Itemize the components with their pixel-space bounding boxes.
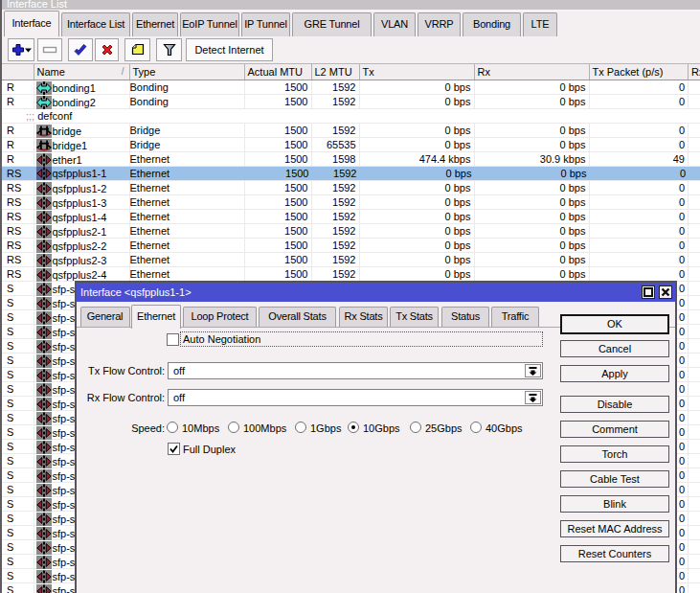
- auto-negotiation-checkbox[interactable]: [167, 333, 179, 346]
- disable-button[interactable]: Disable: [560, 396, 669, 413]
- dialog-tab-status[interactable]: Status: [441, 307, 489, 327]
- dialog-tab-rx-stats[interactable]: Rx Stats: [339, 307, 388, 327]
- rx-flow-control-input[interactable]: off: [168, 389, 543, 406]
- cell-rx_packet: [689, 569, 700, 583]
- cancel-button[interactable]: Cancel: [560, 340, 669, 357]
- tab-vlan[interactable]: VLAN: [373, 12, 416, 36]
- filter-button[interactable]: [156, 38, 182, 61]
- table-row-qsfpplus1-3[interactable]: RSqsfpplus1-3Ethernet150015920 bps0 bps0: [2, 195, 700, 210]
- dialog-tab-ethernet[interactable]: Ethernet: [131, 305, 181, 329]
- table-row-bonding2[interactable]: Rbonding2Bonding150015920 bps0 bps0: [2, 95, 700, 109]
- table-row-bridge1[interactable]: Rbridge1Bridge1500655350 bps0 bps0: [2, 138, 700, 152]
- column-header-flags[interactable]: [2, 64, 34, 80]
- column-header-rx[interactable]: Rx: [475, 64, 590, 80]
- tx-flow-control-input[interactable]: off: [168, 362, 543, 379]
- tab-ethernet[interactable]: Ethernet: [132, 12, 178, 36]
- column-header-tx[interactable]: Tx: [360, 64, 475, 80]
- cell-rx: 0 bps: [475, 253, 590, 267]
- enable-button[interactable]: [68, 38, 93, 61]
- cable-test-button[interactable]: Cable Test: [560, 470, 669, 488]
- detect-internet-button[interactable]: Detect Internet: [186, 38, 273, 61]
- detect-internet-label: Detect Internet: [194, 39, 263, 60]
- cell-flags: RS: [2, 181, 34, 195]
- dialog-tab-loop-protect[interactable]: Loop Protect: [183, 307, 257, 327]
- tab-interface-list[interactable]: Interface List: [61, 12, 130, 36]
- speed-radio-100mbps[interactable]: [228, 422, 239, 433]
- ethernet-interface-icon: [36, 484, 52, 497]
- tab-label: LTE: [531, 18, 550, 30]
- tx-flow-control-dropdown-button[interactable]: [525, 364, 541, 377]
- column-header-name[interactable]: Name/: [34, 64, 130, 80]
- cell-name: qsfpplus2-2: [34, 239, 130, 253]
- speed-radio-25gbps[interactable]: [410, 422, 421, 433]
- comment-row[interactable]: ;;; defconf: [2, 109, 700, 124]
- table-row-qsfpplus2-2[interactable]: RSqsfpplus2-2Ethernet150015920 bps0 bps0: [2, 239, 700, 253]
- table-row-ether1[interactable]: Rether1Ethernet15001598474.4 kbps30.9 kb…: [2, 152, 700, 167]
- speed-radio-40gbps[interactable]: [470, 422, 482, 433]
- cell-flags: RS: [2, 239, 34, 253]
- tab-lte[interactable]: LTE: [523, 12, 557, 36]
- tab-interface[interactable]: Interface: [4, 11, 59, 36]
- tab-eoip-tunnel[interactable]: EoIP Tunnel: [180, 12, 239, 36]
- comment-button[interactable]: Comment: [560, 421, 669, 438]
- dialog-tab-label: Tx Stats: [395, 310, 433, 322]
- cell-tx_packet: 0: [590, 253, 689, 267]
- tab-vrrp[interactable]: VRRP: [418, 12, 461, 36]
- table-row-qsfpplus2-4[interactable]: RSqsfpplus2-4Ethernet150015920 bps0 bps0: [2, 267, 700, 282]
- speed-radio-10mbps[interactable]: [167, 422, 178, 433]
- table-row-bonding1[interactable]: Rbonding1Bonding150015920 bps0 bps0: [2, 80, 700, 95]
- remove-button[interactable]: [37, 38, 62, 61]
- cell-tx_packet: 0: [590, 239, 689, 253]
- cell-tx: 474.4 kbps: [360, 152, 475, 167]
- column-header-label: L2 MTU: [315, 66, 352, 78]
- table-row-qsfpplus1-4[interactable]: RSqsfpplus1-4Ethernet150015920 bps0 bps0: [2, 210, 700, 224]
- blink-button[interactable]: Blink: [560, 495, 669, 513]
- close-button[interactable]: [659, 285, 672, 299]
- interface-name: qsfpplus2-1: [53, 225, 107, 239]
- add-button[interactable]: [8, 38, 34, 61]
- tab-ip-tunnel[interactable]: IP Tunnel: [241, 12, 290, 36]
- window-titlebar[interactable]: Interface List: [0, 0, 700, 10]
- cell-type: Bridge: [130, 138, 245, 152]
- ethernet-interface-icon: [36, 469, 52, 483]
- button-label: Torch: [602, 448, 628, 460]
- dialog-tab-general[interactable]: General: [80, 307, 130, 327]
- comment-button[interactable]: [124, 38, 150, 61]
- speed-radio-1gbps[interactable]: [295, 422, 306, 433]
- ethernet-interface-icon: [36, 369, 52, 382]
- table-row-qsfpplus1-1[interactable]: RSqsfpplus1-1Ethernet150015920 bps0 bps0: [2, 167, 700, 181]
- maximize-button[interactable]: [642, 285, 655, 299]
- cell-flags: R: [2, 138, 34, 152]
- dialog-tab-label: Traffic: [502, 310, 530, 322]
- filter-funnel-icon: [162, 42, 177, 57]
- table-row-qsfpplus2-1[interactable]: RSqsfpplus2-1Ethernet150015920 bps0 bps0: [2, 224, 700, 239]
- column-header-actual_mtu[interactable]: Actual MTU: [245, 64, 312, 80]
- torch-button[interactable]: Torch: [560, 445, 669, 463]
- dialog-tab-overall-stats[interactable]: Overall Stats: [259, 307, 336, 327]
- dialog-titlebar[interactable]: Interface <qsfpplus1-1>: [77, 283, 675, 302]
- dialog-tabstrip: GeneralEthernetLoop ProtectOverall Stats…: [77, 304, 675, 328]
- interface-name: qsfpplus1-4: [53, 211, 107, 224]
- dialog-tab-tx-stats[interactable]: Tx Stats: [390, 307, 439, 327]
- column-header-rx_packet[interactable]: Rx Packet (p/s): [689, 64, 700, 80]
- apply-button[interactable]: Apply: [560, 365, 669, 382]
- column-header-label: Tx Packet (p/s): [593, 66, 664, 78]
- tab-bonding[interactable]: Bonding: [463, 12, 521, 36]
- disable-button[interactable]: [95, 38, 119, 61]
- dialog-tab-traffic[interactable]: Traffic: [491, 307, 539, 327]
- cell-rx_packet: [689, 195, 700, 210]
- tab-label: Bonding: [473, 18, 510, 30]
- reset-counters-button[interactable]: Reset Counters: [560, 545, 669, 562]
- column-header-type[interactable]: Type: [130, 64, 245, 80]
- rx-flow-control-dropdown-button[interactable]: [525, 391, 541, 404]
- column-header-l2_mtu[interactable]: L2 MTU: [312, 64, 360, 80]
- tab-gre-tunnel[interactable]: GRE Tunnel: [292, 12, 372, 36]
- full-duplex-checkbox[interactable]: [168, 443, 180, 455]
- reset-mac-address-button[interactable]: Reset MAC Address: [560, 520, 669, 537]
- column-header-tx_packet[interactable]: Tx Packet (p/s): [590, 64, 689, 80]
- speed-radio-10gbps[interactable]: [348, 422, 359, 433]
- table-row-qsfpplus2-3[interactable]: RSqsfpplus2-3Ethernet150015920 bps0 bps0: [2, 253, 700, 267]
- table-row-qsfpplus1-2[interactable]: RSqsfpplus1-2Ethernet150015920 bps0 bps0: [2, 181, 700, 195]
- table-row-bridge[interactable]: RbridgeBridge150015920 bps0 bps0: [2, 124, 700, 138]
- cell-name: qsfpplus2-3: [34, 253, 130, 267]
